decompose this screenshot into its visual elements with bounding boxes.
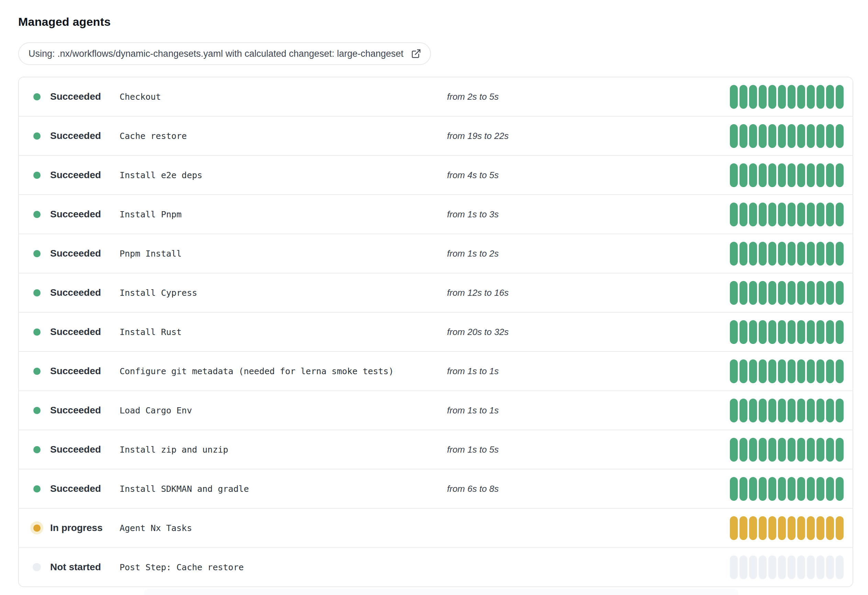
workflow-banner[interactable]: Using: .nx/workflows/dynamic-changesets.… (18, 42, 431, 65)
agent-bar (759, 85, 767, 109)
agent-bar (826, 555, 834, 579)
agent-bar (836, 124, 844, 148)
step-name: Configure git metadata (needed for lerna… (120, 366, 447, 376)
agent-step-row: Succeeded Cache restore from 19s to 22s (19, 116, 853, 155)
agent-bar (740, 320, 747, 344)
agent-bars (730, 124, 844, 148)
agent-bar (797, 477, 805, 501)
agent-bar (768, 477, 776, 501)
step-name: Install Pnpm (120, 209, 447, 219)
status-dot-icon (33, 250, 41, 257)
status-cell: Not started (19, 561, 120, 574)
status-label: Succeeded (50, 444, 101, 455)
agent-bar (807, 163, 815, 187)
agent-bar (836, 85, 844, 109)
agent-bar (836, 242, 844, 265)
agent-bar (797, 163, 805, 187)
agent-bar (807, 242, 815, 265)
agent-bar (788, 242, 796, 265)
status-dot-icon (33, 211, 41, 218)
agent-bars (730, 85, 844, 109)
agent-bar (816, 124, 824, 148)
agent-bars (730, 438, 844, 462)
agent-bar (788, 516, 796, 540)
agent-bar (740, 399, 747, 422)
agent-bar (759, 477, 767, 501)
status-dot-halo (30, 561, 43, 574)
status-label: Succeeded (50, 326, 101, 337)
agent-step-row: Succeeded Install SDKMAN and gradle from… (19, 469, 853, 508)
status-cell: Succeeded (19, 90, 120, 103)
agent-bars (730, 516, 844, 540)
status-dot-halo (30, 364, 43, 377)
agent-step-row: Succeeded Install zip and unzip from 1s … (19, 429, 853, 469)
status-cell: Succeeded (19, 129, 120, 142)
agent-bar (797, 281, 805, 305)
agent-bar (749, 203, 757, 226)
agent-bar (730, 320, 738, 344)
agent-bar (778, 242, 786, 265)
status-dot-icon (33, 485, 41, 493)
agent-bar (749, 124, 757, 148)
agent-step-row: Succeeded Load Cargo Env from 1s to 1s (19, 390, 853, 429)
status-dot-halo (30, 443, 43, 456)
status-label: Succeeded (50, 91, 101, 102)
agent-bar (836, 516, 844, 540)
agent-bar (826, 124, 834, 148)
agent-bar (749, 320, 757, 344)
agent-bar (797, 555, 805, 579)
agent-bar (778, 555, 786, 579)
status-label: In progress (50, 522, 102, 533)
agent-bar (788, 399, 796, 422)
agent-bar (826, 242, 834, 265)
duration-text: from 1s to 1s (447, 405, 723, 416)
agent-bar (749, 281, 757, 305)
agent-bar (836, 320, 844, 344)
status-label: Succeeded (50, 483, 101, 494)
agent-bar (797, 203, 805, 226)
step-name: Install zip and unzip (120, 445, 447, 455)
step-name: Install SDKMAN and gradle (120, 484, 447, 494)
agent-bar (836, 399, 844, 422)
agent-bar (788, 124, 796, 148)
agent-bar (788, 320, 796, 344)
agent-bar (836, 203, 844, 226)
agent-bar (826, 516, 834, 540)
status-label: Succeeded (50, 130, 101, 141)
agent-bar (797, 399, 805, 422)
agent-bar (807, 555, 815, 579)
agent-bar (749, 163, 757, 187)
agent-bar (807, 281, 815, 305)
agent-bar (768, 516, 776, 540)
page-title: Managed agents (18, 15, 850, 28)
agent-bar (740, 360, 747, 383)
agent-bar (788, 360, 796, 383)
agent-bar (749, 438, 757, 462)
external-link-icon[interactable] (411, 49, 421, 59)
agent-bar (759, 320, 767, 344)
status-cell: Succeeded (19, 286, 120, 299)
agent-bar (816, 516, 824, 540)
step-name: Checkout (120, 92, 447, 102)
status-cell: Succeeded (19, 326, 120, 339)
agent-step-row: Succeeded Checkout from 2s to 5s (19, 77, 853, 116)
status-dot-icon (33, 132, 41, 140)
agent-bar (768, 555, 776, 579)
agent-bar (778, 516, 786, 540)
agent-bar (768, 438, 776, 462)
agent-step-row: Succeeded Install Rust from 20s to 32s (19, 312, 853, 351)
agent-bars (730, 320, 844, 344)
agent-bar (816, 242, 824, 265)
agent-bar (759, 242, 767, 265)
agent-bar (768, 320, 776, 344)
status-dot-icon (33, 407, 41, 414)
status-dot-icon (32, 563, 41, 571)
agent-bars (730, 360, 844, 383)
agent-bar (797, 242, 805, 265)
status-dot-icon (33, 172, 41, 179)
status-dot-halo (30, 521, 43, 534)
status-label: Not started (50, 562, 101, 573)
agent-bar (768, 360, 776, 383)
status-dot-halo (30, 482, 43, 495)
agent-bar (730, 555, 738, 579)
